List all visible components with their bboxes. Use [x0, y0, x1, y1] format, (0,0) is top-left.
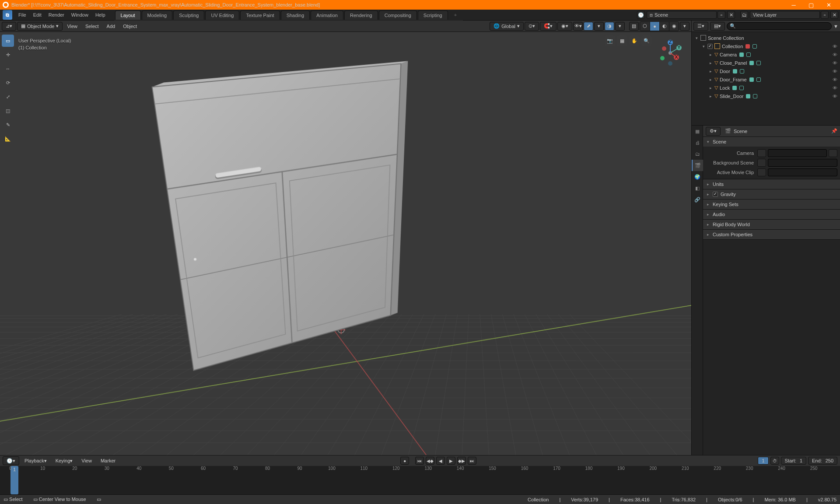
tool-annotate[interactable]: ✎	[2, 119, 14, 131]
visibility-eye-icon[interactable]: 👁	[833, 94, 837, 99]
vh-menu-add[interactable]: Add	[103, 22, 119, 31]
shading-solid-icon[interactable]: ●	[650, 22, 659, 31]
camera-view-icon[interactable]: 📷	[605, 35, 615, 46]
menu-help[interactable]: Help	[92, 10, 109, 21]
workspace-tab-shading[interactable]: Shading	[281, 10, 310, 20]
outliner-display-mode[interactable]: ▤▾	[710, 22, 725, 31]
pin-icon[interactable]: 📌	[831, 128, 837, 134]
tree-object[interactable]: ▸▽Camera👁	[692, 50, 840, 59]
window-close-button[interactable]: ✕	[820, 0, 837, 10]
camera-field[interactable]	[768, 149, 827, 157]
tool-select-box[interactable]: ▭	[2, 35, 14, 47]
panel-head-rigid[interactable]: ▸Rigid Body World	[703, 220, 840, 229]
scene-new-button[interactable]: ▫	[718, 11, 725, 19]
outliner-editor-type[interactable]: ☰▾	[693, 22, 708, 31]
ptab-constraints[interactable]: 🔗	[692, 194, 703, 205]
workspace-tab-animation[interactable]: Animation	[311, 10, 343, 20]
tool-scale[interactable]: ⤢	[2, 91, 14, 103]
viewlayer-browse-button[interactable]: 🗂	[740, 11, 748, 19]
camera-browse-icon[interactable]	[757, 149, 766, 157]
tl-menu-marker[interactable]: Marker	[97, 456, 119, 465]
gizmos-dropdown-icon[interactable]: ▾	[594, 22, 604, 31]
overlays-dropdown-icon[interactable]: ▾	[615, 22, 625, 31]
tree-object[interactable]: ▸▽Door_Frame👁	[692, 75, 840, 84]
outliner-search[interactable]: 🔍	[727, 22, 832, 30]
visibility-eye-icon[interactable]: 👁	[833, 44, 837, 49]
viewlayer-new-button[interactable]: ▫	[821, 11, 829, 19]
viewlayer-name-field[interactable]: View Layer	[750, 11, 820, 19]
nav-gizmo[interactable]: Y Z X	[656, 39, 684, 67]
blender-icon[interactable]: ⧉	[3, 10, 12, 20]
gizmos-toggle-icon[interactable]: ⬈	[584, 22, 593, 31]
time-display-icon[interactable]: ⏱	[770, 457, 779, 465]
ptab-world[interactable]: 🌍	[692, 171, 703, 182]
workspace-add-button[interactable]: +	[449, 10, 462, 19]
tool-measure[interactable]: 📐	[2, 133, 14, 145]
workspace-tab-layout[interactable]: Layout	[115, 10, 141, 20]
vh-menu-object[interactable]: Object	[119, 22, 140, 31]
play-reverse-icon[interactable]: ◀	[436, 457, 445, 465]
jump-end-icon[interactable]: ⏭	[468, 457, 476, 465]
timeline-ruler[interactable]: 1 01020304050607080901001101201301401501…	[0, 466, 840, 494]
visibility-eye-icon[interactable]: 👁	[833, 60, 837, 66]
ptab-object[interactable]: ◧	[692, 182, 703, 194]
jump-start-icon[interactable]: ⏮	[415, 457, 424, 465]
menu-render[interactable]: Render	[45, 10, 68, 21]
viewlayer-delete-button[interactable]: ✕	[830, 11, 838, 19]
workspace-tab-texture[interactable]: Texture Paint	[240, 10, 280, 20]
workspace-tab-compositing[interactable]: Compositing	[379, 10, 417, 20]
visibility-eye-icon[interactable]: 👁	[833, 69, 837, 74]
tree-object[interactable]: ▸▽Door👁	[692, 67, 840, 75]
visibility-eye-icon[interactable]: 👁	[833, 52, 837, 57]
scene-delete-button[interactable]: ✕	[727, 11, 735, 19]
vh-menu-select[interactable]: Select	[82, 22, 102, 31]
window-maximize-button[interactable]: ▢	[802, 0, 820, 10]
gravity-checkbox[interactable]	[713, 192, 718, 197]
proportional-dropdown[interactable]: ◉▾	[557, 22, 572, 31]
snap-dropdown[interactable]: 🧲▾	[540, 22, 556, 31]
props-editor-type[interactable]: ⚙▾	[706, 127, 721, 136]
viewport-3d[interactable]: ▭ ✛ ↔ ⟳ ⤢ ◫ ✎ 📐 User Perspective (Local)…	[0, 32, 691, 455]
bgscene-field[interactable]	[768, 159, 837, 167]
autokey-toggle-icon[interactable]: ●	[400, 457, 409, 465]
tool-cursor[interactable]: ✛	[2, 49, 14, 61]
panel-head-scene[interactable]: ▾Scene	[703, 137, 840, 147]
jump-next-key-icon[interactable]: ◆▶	[457, 457, 466, 465]
end-frame-field[interactable]: End:250	[808, 457, 837, 465]
tl-menu-playback[interactable]: Playback ▾	[21, 456, 50, 465]
tool-transform[interactable]: ◫	[2, 105, 14, 117]
window-minimize-button[interactable]: ─	[785, 0, 802, 10]
tl-menu-keying[interactable]: Keying ▾	[52, 456, 77, 465]
eyedropper-icon[interactable]	[829, 149, 837, 157]
tree-scene-collection[interactable]: ▾ Scene Collection	[692, 34, 840, 42]
workspace-tab-rendering[interactable]: Rendering	[344, 10, 378, 20]
workspace-tab-modeling[interactable]: Modeling	[142, 10, 173, 20]
jump-prev-key-icon[interactable]: ◀◆	[426, 457, 434, 465]
mode-dropdown[interactable]: ▦Object Mode▾	[17, 22, 63, 31]
collection-enable-checkbox[interactable]	[707, 44, 713, 49]
panel-head-custom[interactable]: ▸Custom Properties	[703, 230, 840, 239]
movieclip-browse-icon[interactable]	[757, 168, 766, 176]
overlays-toggle-icon[interactable]: ◑	[605, 22, 614, 31]
timeline-editor-type[interactable]: 🕓▾	[3, 456, 19, 465]
tree-object[interactable]: ▸▽Slide_Door👁	[692, 92, 840, 100]
play-icon[interactable]: ▶	[447, 457, 455, 465]
visibility-dropdown-icon[interactable]: 👁▾	[573, 22, 583, 31]
bgscene-browse-icon[interactable]	[757, 159, 766, 167]
visibility-eye-icon[interactable]: 👁	[833, 85, 837, 91]
shading-options-dropdown[interactable]: ▾	[680, 22, 690, 31]
outliner-filter-button[interactable]: ▼	[833, 24, 838, 29]
tree-object[interactable]: ▸▽Close_Panel👁	[692, 59, 840, 67]
outliner-tree[interactable]: ▾ Scene Collection ▾ Collection 👁 ▸▽Came…	[692, 32, 840, 125]
tl-menu-view[interactable]: View	[78, 456, 95, 465]
start-frame-field[interactable]: Start:1	[781, 457, 806, 465]
movieclip-field[interactable]	[768, 168, 837, 176]
menu-edit[interactable]: Edit	[30, 10, 45, 21]
shading-lookdev-icon[interactable]: ◐	[659, 22, 669, 31]
pan-view-icon[interactable]: ✋	[629, 35, 640, 46]
panel-head-audio[interactable]: ▸Audio	[703, 210, 840, 219]
tree-collection[interactable]: ▾ Collection 👁	[692, 42, 840, 50]
visibility-eye-icon[interactable]: 👁	[833, 77, 837, 82]
shading-rendered-icon[interactable]: ◉	[669, 22, 679, 31]
ptab-viewlayer[interactable]: 🗂	[692, 148, 703, 160]
